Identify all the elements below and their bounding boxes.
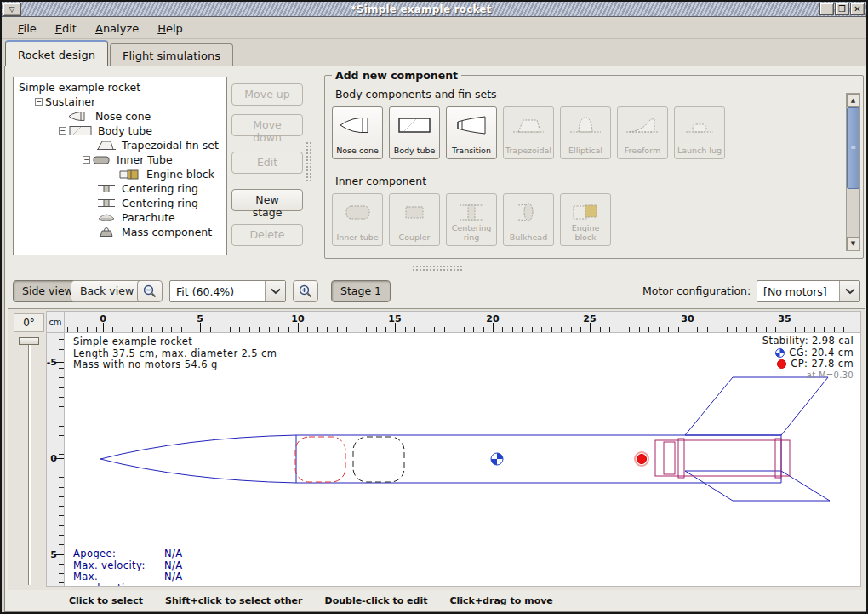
stability-value: Stability: 2.98 cal	[762, 336, 854, 347]
horizontal-ruler: 0 5 10 15 20 25 30 35	[65, 311, 861, 333]
cg-marker[interactable]	[491, 453, 503, 465]
add-component-group: Add new component Body components and fi…	[324, 75, 864, 259]
titlebar: ▽ *Simple example rocket ─ ❒ ✕	[2, 2, 866, 17]
menu-edit[interactable]: Edit	[48, 20, 84, 37]
centering-ring-2[interactable]	[775, 439, 781, 478]
fin-upper[interactable]	[685, 377, 828, 435]
back-view-button[interactable]: Back view	[71, 280, 143, 302]
move-up-button[interactable]: Move up	[231, 83, 303, 106]
stage-1-toggle[interactable]: Stage 1	[331, 280, 391, 302]
tree-item-sustainer[interactable]: − Sustainer	[14, 95, 226, 109]
scrollbar-thumb[interactable]: ≡	[847, 107, 859, 189]
nose-cone-icon	[68, 111, 90, 122]
component-tree[interactable]: Simple example rocket − Sustainer Nose c…	[13, 77, 227, 255]
tree-item-centering-ring-1[interactable]: Centering ring	[14, 181, 226, 196]
minimize-button[interactable]: ─	[819, 3, 834, 15]
window-menu-icon[interactable]: ▽	[3, 3, 21, 16]
scroll-down-icon[interactable]: ▼	[847, 237, 859, 250]
chevron-down-icon[interactable]	[265, 281, 285, 301]
menu-help[interactable]: Help	[150, 20, 191, 37]
max-acceleration-label: Max. acceleration:	[73, 571, 164, 587]
launch-lug-icon	[675, 114, 724, 136]
parachute-outline[interactable]	[295, 437, 345, 482]
centering-ring-icon	[447, 201, 496, 223]
chevron-down-icon[interactable]	[839, 281, 859, 301]
hint-shift-click: Shift+click to select other	[165, 595, 303, 606]
tree-item-inner-tube[interactable]: − Inner Tube	[14, 152, 226, 167]
tab-rocket-design[interactable]: Rocket design	[5, 40, 108, 66]
add-nose-cone-button[interactable]: Nose cone	[332, 106, 383, 159]
move-down-button[interactable]: Move down	[231, 114, 303, 136]
mass-component-icon	[96, 227, 117, 238]
ruler-ticks	[65, 327, 860, 332]
mass-component-outline[interactable]	[353, 437, 404, 482]
tree-item-rocket[interactable]: Simple example rocket	[14, 80, 226, 95]
add-trapezoidal-fin-button[interactable]: Trapezoidal	[503, 106, 554, 159]
ruler-ticks	[59, 333, 64, 586]
engine-block-outline[interactable]	[664, 442, 675, 474]
tree-item-body-tube[interactable]: − Body tube	[14, 123, 226, 138]
expander-icon[interactable]: −	[83, 156, 90, 164]
ruler-unit-label: cm	[46, 311, 65, 333]
rocket-drawing-canvas[interactable]: Simple example rocket Length 37.5 cm, ma…	[65, 333, 861, 587]
tree-item-trapezoidal-fin-set[interactable]: Trapezoidal fin set	[14, 138, 226, 152]
nose-cone-outline[interactable]	[100, 435, 296, 459]
rocket-side-view[interactable]	[65, 333, 861, 587]
transition-icon	[447, 114, 496, 136]
rotation-slider-thumb[interactable]	[19, 337, 39, 345]
zoom-level-value: Fit (60.4%)	[170, 281, 265, 301]
vertical-splitter-handle[interactable]	[306, 141, 313, 182]
maximize-button[interactable]: ❒	[835, 3, 849, 15]
delete-button[interactable]: Delete	[231, 224, 303, 246]
add-centering-ring-button[interactable]: Centering ring	[446, 193, 497, 246]
zoom-out-button[interactable]	[137, 280, 163, 302]
tree-item-centering-ring-2[interactable]: Centering ring	[14, 196, 226, 210]
add-launch-lug-button[interactable]: Launch lug	[674, 106, 725, 159]
tree-item-engine-block[interactable]: Engine block	[14, 167, 226, 181]
fin-lower[interactable]	[685, 471, 830, 501]
close-button[interactable]: ✕	[850, 3, 865, 15]
tree-item-mass-component[interactable]: Mass component	[14, 225, 226, 239]
horizontal-splitter-handle[interactable]	[412, 265, 463, 273]
add-transition-button[interactable]: Transition	[446, 106, 497, 159]
rocket-dimensions: Length 37.5 cm, max. diameter 2.5 cm	[73, 348, 277, 360]
rocket-info: Simple example rocket Length 37.5 cm, ma…	[73, 336, 277, 371]
expander-icon[interactable]: −	[35, 98, 43, 106]
tab-flight-simulations[interactable]: Flight simulations	[110, 43, 233, 66]
tree-item-parachute[interactable]: Parachute	[14, 210, 226, 225]
cp-marker[interactable]	[635, 452, 648, 466]
mach-note: at M=0.30	[762, 370, 854, 381]
trapezoidal-fin-icon	[96, 140, 117, 151]
inner-tube-icon	[93, 155, 111, 165]
menu-analyze[interactable]: Analyze	[88, 20, 146, 37]
centering-ring-1[interactable]	[678, 439, 684, 478]
stability-info: Stability: 2.98 cal CG: 20.4 cm CP: 27.8…	[762, 336, 854, 380]
rotation-slider[interactable]	[28, 340, 31, 585]
nose-cone-icon	[333, 114, 382, 136]
body-tube-icon	[390, 114, 439, 136]
add-component-scrollbar[interactable]: ▲ ≡ ▼	[846, 93, 860, 251]
centering-ring-icon	[96, 198, 117, 209]
add-bulkhead-button[interactable]: Bulkhead	[503, 193, 554, 246]
cg-icon	[775, 348, 785, 358]
add-elliptical-fin-button[interactable]: Elliptical	[560, 106, 611, 159]
new-stage-button[interactable]: New stage	[231, 189, 303, 211]
rotation-angle-value: 0°	[14, 313, 44, 332]
edit-button[interactable]: Edit	[231, 152, 303, 174]
menu-file[interactable]: File	[10, 20, 44, 37]
body-components-label: Body components and fin sets	[335, 88, 497, 100]
add-inner-tube-button[interactable]: Inner tube	[332, 193, 383, 246]
motor-configuration-select[interactable]: [No motors]	[757, 280, 860, 302]
scroll-up-icon[interactable]: ▲	[847, 94, 859, 107]
zoom-in-button[interactable]	[293, 280, 318, 302]
add-engine-block-button[interactable]: Engine block	[560, 193, 611, 246]
rocket-view-panel: 0° cm 0 5 10 15 20 25 30 35 -5 0 5	[8, 308, 865, 590]
add-coupler-button[interactable]: Coupler	[389, 193, 440, 246]
nose-cone-outline[interactable]	[100, 459, 296, 483]
expander-icon[interactable]: −	[59, 127, 66, 135]
add-freeform-fin-button[interactable]: Freeform	[617, 106, 668, 159]
add-body-tube-button[interactable]: Body tube	[389, 106, 440, 159]
zoom-level-select[interactable]: Fit (60.4%)	[169, 280, 286, 302]
cp-icon	[777, 359, 786, 369]
tree-item-nose-cone[interactable]: Nose cone	[14, 109, 226, 123]
